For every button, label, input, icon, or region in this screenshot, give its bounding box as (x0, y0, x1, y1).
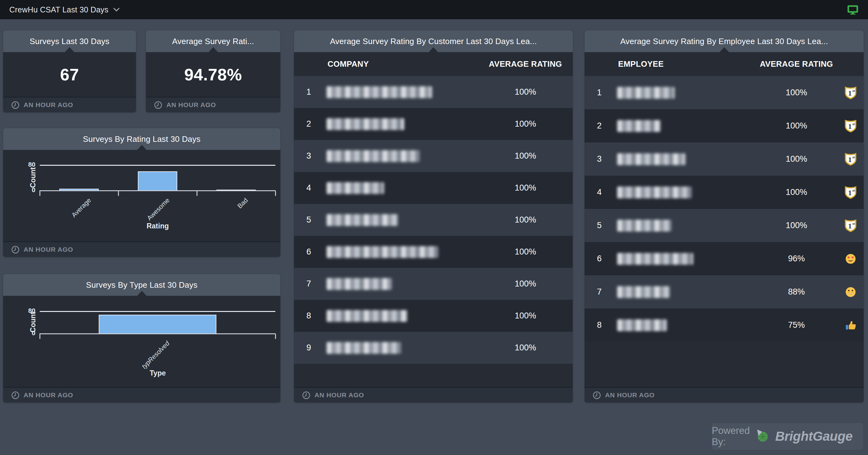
y-tick-0: 0 (12, 329, 35, 337)
average-survey-rating-card: Average Survey Rati... 94.78% AN HOUR AG… (146, 30, 280, 112)
rating-cell: 88% (755, 287, 838, 297)
redacted-name (327, 150, 420, 162)
badge-cell: 1st (838, 219, 864, 232)
table-row: 4100% (294, 172, 573, 204)
redacted-name (617, 286, 670, 298)
redacted-name (327, 310, 407, 322)
name-cell (617, 187, 755, 198)
stat-value: 67 (3, 52, 136, 97)
table-row: 8100% (294, 300, 573, 332)
category-label: typResolved (140, 339, 171, 370)
surveys-by-type-card: Surveys By Type Last 30 Days Count 80 0 … (3, 274, 280, 402)
badge-cell: 1st (838, 152, 864, 166)
first-place-badge: 1st (844, 152, 857, 166)
rating-cell: 100% (484, 151, 566, 161)
table-row: 875% (585, 308, 864, 342)
card-title-text: Average Survey Rating By Employee Last 3… (620, 37, 828, 46)
rating-by-customer-card: Average Survey Rating By Customer Last 3… (294, 30, 573, 402)
name-cell (327, 118, 484, 130)
table-row: 696% (585, 242, 864, 275)
category-label: Awesome (146, 196, 171, 222)
card-title: Average Survey Rati... (146, 30, 280, 52)
name-cell (327, 150, 484, 162)
x-axis-title: Rating (147, 222, 169, 230)
card-title-text: Average Survey Rati... (172, 37, 254, 46)
rank-cell: 3 (294, 151, 327, 161)
badge-cell: 1st (838, 186, 864, 199)
rating-cell: 100% (484, 87, 566, 97)
column-header-employee: EMPLOYEE (585, 59, 755, 69)
table-row: 1100%1st (585, 76, 864, 109)
name-cell (327, 342, 484, 354)
x-axis-tick (275, 334, 276, 339)
category-label: Bad (236, 196, 249, 210)
dashboard-selector[interactable]: CrewHu CSAT Last 30 Days (9, 5, 120, 14)
chevron-down-icon (113, 8, 120, 12)
x-axis-tick (118, 191, 119, 196)
card-title-text: Average Survey Rating By Customer Last 3… (330, 37, 537, 46)
rank-cell: 9 (294, 343, 327, 353)
badge-cell: 1st (838, 86, 864, 100)
table-row: 6100% (294, 236, 573, 268)
clock-icon (593, 391, 601, 399)
svg-text:1: 1 (848, 188, 852, 196)
category-label: Average (70, 196, 92, 219)
last-updated-label: AN HOUR AGO (166, 101, 216, 109)
name-cell (327, 278, 484, 290)
name-cell (617, 286, 755, 298)
name-cell (327, 86, 484, 98)
first-place-badge: 1st (844, 219, 857, 232)
redacted-name (327, 118, 404, 130)
gridline-80 (40, 165, 275, 166)
table-row: 3100% (294, 140, 573, 172)
card-title-text: Surveys By Rating Last 30 Days (83, 134, 200, 144)
card-title: Average Survey Rating By Employee Last 3… (585, 30, 864, 52)
clock-icon (11, 101, 20, 109)
surveys-by-rating-chart: Count 80 0 Rating AverageAwesomeBad (3, 150, 280, 241)
rank-cell: 6 (294, 247, 327, 257)
name-cell (327, 182, 484, 194)
surveys-by-rating-card: Surveys By Rating Last 30 Days Count 80 … (3, 128, 280, 257)
clock-icon (154, 101, 162, 109)
svg-text:1: 1 (848, 89, 852, 97)
rating-cell: 100% (484, 215, 566, 225)
x-axis-title: Type (150, 369, 166, 378)
rating-cell: 75% (755, 320, 838, 330)
svg-text:1: 1 (848, 122, 852, 130)
redacted-name (327, 342, 401, 354)
clock-icon (302, 391, 310, 399)
table-row: 1100% (294, 76, 573, 108)
rank-cell: 7 (294, 279, 327, 289)
card-footer: AN HOUR AGO (3, 387, 280, 402)
powered-by-brightgauge[interactable]: Powered By: BrightGauge (712, 423, 863, 450)
badge-cell (838, 253, 864, 265)
rating-cell: 100% (484, 119, 566, 129)
rating-cell: 100% (484, 279, 566, 289)
table-row: 2100%1st (585, 109, 864, 142)
powered-by-label: Powered By: (712, 425, 750, 448)
svg-text:1: 1 (848, 155, 852, 163)
tv-mode-icon[interactable] (847, 5, 859, 14)
name-cell (617, 220, 755, 231)
svg-text:st: st (852, 122, 855, 125)
last-updated-label: AN HOUR AGO (605, 391, 655, 399)
rank-cell: 8 (294, 311, 327, 321)
table-row: 5100% (294, 204, 573, 236)
redacted-name (617, 253, 693, 265)
y-axis-title: Count (29, 167, 37, 188)
column-header-average-rating: AVERAGE RATING (755, 59, 838, 69)
redacted-name (617, 120, 661, 132)
table-row: 3100%1st (585, 142, 864, 176)
card-title-text: Surveys By Type Last 30 Days (86, 280, 197, 290)
table-row: 2100% (294, 108, 573, 140)
clock-icon (11, 391, 20, 399)
rating-cell: 100% (484, 311, 566, 321)
rating-by-employee-card: Average Survey Rating By Employee Last 3… (585, 30, 864, 402)
card-footer: AN HOUR AGO (146, 97, 280, 112)
rank-cell: 2 (294, 119, 327, 129)
first-place-badge: 1st (844, 186, 857, 199)
rating-cell: 100% (484, 343, 566, 353)
rating-cell: 100% (484, 247, 566, 257)
first-place-badge: 1st (844, 86, 857, 100)
first-place-badge: 1st (844, 119, 857, 133)
